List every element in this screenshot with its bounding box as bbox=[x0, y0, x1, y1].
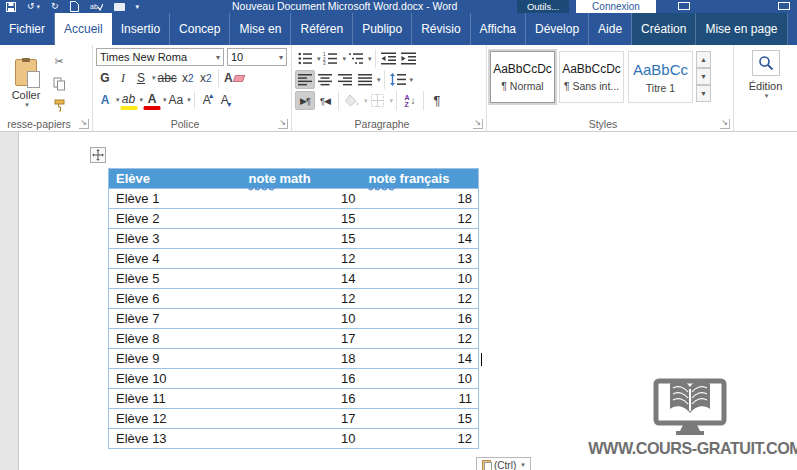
table-cell[interactable]: Elève 13 bbox=[109, 429, 242, 449]
text-effects-button[interactable]: A bbox=[96, 91, 114, 110]
tab-mise-en-page[interactable]: Mise en page bbox=[696, 13, 787, 45]
paragraph-dialog-launcher-icon[interactable]: ↘ bbox=[473, 119, 483, 129]
table-cell[interactable]: Elève 12 bbox=[109, 409, 242, 429]
tab-création[interactable]: Création bbox=[632, 13, 696, 45]
customize-qat-icon[interactable]: ▾ bbox=[136, 3, 140, 10]
table-cell[interactable]: Elève 7 bbox=[109, 309, 242, 329]
table-cell[interactable]: 12 bbox=[242, 289, 362, 309]
cut-button[interactable]: ✂ bbox=[49, 53, 69, 70]
table-cell[interactable]: 14 bbox=[362, 229, 479, 249]
ltr-paragraph-button[interactable]: ▶¶ bbox=[295, 91, 315, 110]
undo-icon[interactable]: ↺▾ bbox=[27, 2, 40, 11]
paste-button[interactable]: Coller ▾ bbox=[3, 48, 49, 116]
table-cell[interactable]: 17 bbox=[242, 329, 362, 349]
rtl-paragraph-button[interactable]: ¶◀ bbox=[315, 91, 335, 110]
table-cell[interactable]: Elève 11 bbox=[109, 389, 242, 409]
shrink-font-button[interactable]: A▼ bbox=[216, 91, 234, 110]
tab-dévelop[interactable]: Dévelop bbox=[526, 13, 589, 45]
align-right-button[interactable] bbox=[335, 70, 355, 89]
superscript-button[interactable]: x2 bbox=[197, 69, 215, 88]
redo-icon[interactable]: ↻ bbox=[51, 2, 59, 11]
table-header-cell[interactable]: note français bbox=[362, 169, 479, 189]
change-case-button[interactable]: Aa bbox=[167, 91, 186, 110]
paste-options-button[interactable]: (Ctrl) ▾ bbox=[476, 457, 531, 470]
decrease-indent-button[interactable] bbox=[379, 49, 399, 68]
font-name-combo[interactable]: Times New Roma▾ bbox=[96, 48, 224, 66]
style-titre-1[interactable]: AaBbCcTitre 1 bbox=[628, 51, 693, 103]
clear-formatting-button[interactable]: A bbox=[222, 69, 246, 88]
increase-indent-button[interactable] bbox=[399, 49, 419, 68]
tab-accueil[interactable]: Accueil bbox=[55, 13, 112, 45]
tab-aide[interactable]: Aide bbox=[589, 13, 632, 45]
numbering-button[interactable]: 123 bbox=[321, 49, 341, 68]
style--normal[interactable]: AaBbCcDc¶ Normal bbox=[490, 51, 555, 103]
grow-font-button[interactable]: A▲ bbox=[198, 91, 216, 110]
table-cell[interactable]: Elève 3 bbox=[109, 229, 242, 249]
styles-dialog-launcher-icon[interactable]: ↘ bbox=[720, 119, 730, 129]
tab-révisio[interactable]: Révisio bbox=[412, 13, 470, 45]
style--sans-int-[interactable]: AaBbCcDc¶ Sans int... bbox=[559, 51, 624, 103]
table-cell[interactable]: Elève 9 bbox=[109, 349, 242, 369]
window-restore-icon[interactable] bbox=[778, 2, 790, 10]
table-cell[interactable]: 14 bbox=[242, 269, 362, 289]
align-center-button[interactable] bbox=[315, 70, 335, 89]
font-size-combo[interactable]: 10▾ bbox=[227, 48, 287, 66]
connexion-button[interactable]: Connexion bbox=[576, 0, 656, 13]
table-move-handle[interactable] bbox=[90, 147, 106, 163]
show-marks-button[interactable]: ¶ bbox=[427, 91, 447, 110]
table-cell[interactable]: 10 bbox=[362, 269, 479, 289]
table-cell[interactable]: Elève 2 bbox=[109, 209, 242, 229]
shading-button[interactable] bbox=[342, 91, 362, 110]
table-cell[interactable]: Elève 10 bbox=[109, 369, 242, 389]
borders-button[interactable] bbox=[368, 91, 388, 110]
table-cell[interactable]: 15 bbox=[242, 209, 362, 229]
table-cell[interactable]: 10 bbox=[242, 309, 362, 329]
tab-concep[interactable]: Concep bbox=[170, 13, 230, 45]
table-cell[interactable]: Elève 8 bbox=[109, 329, 242, 349]
italic-button[interactable]: I bbox=[114, 69, 132, 88]
table-cell[interactable]: Elève 1 bbox=[109, 189, 242, 209]
table-cell[interactable]: 12 bbox=[362, 289, 479, 309]
table-cell[interactable]: 16 bbox=[242, 369, 362, 389]
table-cell[interactable]: 15 bbox=[362, 409, 479, 429]
table-cell[interactable]: 12 bbox=[362, 429, 479, 449]
font-color-button[interactable]: A bbox=[143, 91, 161, 110]
style-gallery-more-icon[interactable]: ▼ bbox=[696, 85, 711, 102]
table-cell[interactable]: 14 bbox=[362, 349, 479, 369]
tab-insertio[interactable]: Insertio bbox=[112, 13, 170, 45]
copy-button[interactable] bbox=[49, 75, 69, 92]
editing-label[interactable]: Édition bbox=[749, 80, 783, 92]
sort-button[interactable]: AZ↓ bbox=[400, 91, 420, 110]
strikethrough-button[interactable]: abc bbox=[156, 69, 179, 88]
new-document-icon[interactable] bbox=[70, 1, 79, 12]
line-spacing-button[interactable] bbox=[388, 70, 408, 89]
subscript-button[interactable]: x2 bbox=[179, 69, 197, 88]
format-painter-button[interactable] bbox=[49, 97, 69, 114]
tab-mise-en[interactable]: Mise en bbox=[230, 13, 291, 45]
bullets-button[interactable] bbox=[295, 49, 315, 68]
tab-publipo[interactable]: Publipo bbox=[353, 13, 412, 45]
save-icon[interactable] bbox=[6, 2, 16, 12]
justify-button[interactable] bbox=[355, 70, 375, 89]
align-left-button[interactable] bbox=[295, 70, 315, 89]
table-cell[interactable]: 10 bbox=[242, 429, 362, 449]
table-cell[interactable]: 10 bbox=[362, 369, 479, 389]
table-cell[interactable]: 12 bbox=[362, 329, 479, 349]
highlight-button[interactable]: ab bbox=[120, 91, 138, 110]
find-button[interactable] bbox=[752, 50, 780, 76]
style-scroll-up-icon[interactable]: ▲ bbox=[696, 51, 711, 68]
table-cell[interactable]: 10 bbox=[242, 189, 362, 209]
style-scroll-down-icon[interactable]: ▼ bbox=[696, 68, 711, 85]
table-cell[interactable]: 18 bbox=[242, 349, 362, 369]
underline-button[interactable]: S bbox=[132, 69, 150, 88]
bold-button[interactable]: G bbox=[96, 69, 114, 88]
tab-afficha[interactable]: Afficha bbox=[471, 13, 526, 45]
table-header-cell[interactable]: Elève bbox=[109, 169, 242, 189]
table-cell[interactable]: 13 bbox=[362, 249, 479, 269]
table-cell[interactable]: Elève 5 bbox=[109, 269, 242, 289]
table-cell[interactable]: 15 bbox=[242, 229, 362, 249]
touch-mode-icon[interactable] bbox=[114, 3, 125, 11]
table-header-cell[interactable]: note math bbox=[242, 169, 362, 189]
multilevel-list-button[interactable] bbox=[346, 49, 366, 68]
spellcheck-icon[interactable]: ab bbox=[90, 2, 103, 12]
